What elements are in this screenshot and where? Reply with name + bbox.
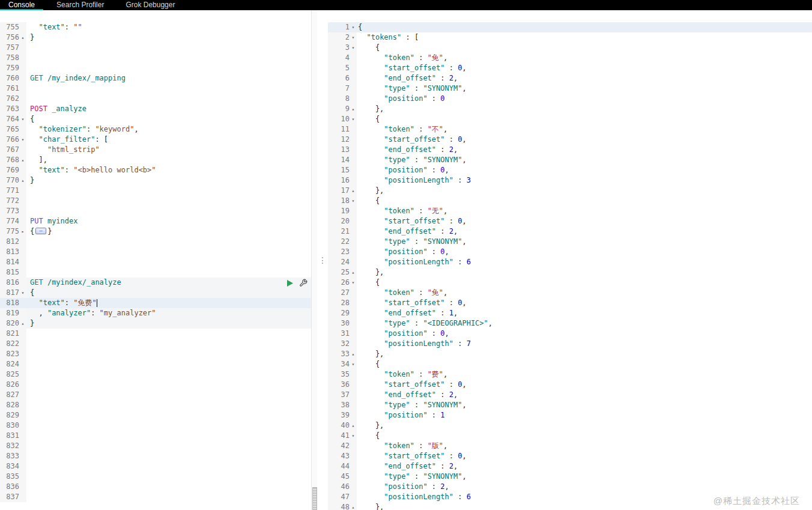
code-line[interactable]: 15 "position" : 0,	[328, 165, 812, 175]
code-line[interactable]: 836	[0, 482, 317, 492]
code-line[interactable]: 762	[0, 94, 317, 104]
code-line[interactable]: 833	[0, 451, 317, 461]
code-line[interactable]: 830	[0, 420, 317, 431]
code-line[interactable]: 758	[0, 53, 317, 63]
code-line[interactable]: 48▴ },	[328, 502, 812, 510]
fold-toggle-icon[interactable]: ▾	[350, 32, 357, 43]
code-line[interactable]: 813	[0, 247, 317, 257]
code-line[interactable]: 825	[0, 369, 317, 380]
fold-toggle-icon[interactable]: ▾	[350, 22, 357, 32]
code-line[interactable]: 29 "end_offset" : 1,	[328, 308, 812, 318]
code-line[interactable]: 13 "end_offset" : 2,	[328, 145, 812, 155]
code-line[interactable]: 824	[0, 359, 317, 369]
code-line[interactable]: 772	[0, 196, 317, 206]
code-line[interactable]: 24 "positionLength" : 6	[328, 257, 812, 267]
code-line[interactable]: 826	[0, 380, 317, 390]
fold-toggle-icon[interactable]: ▴	[19, 32, 26, 43]
fold-toggle-icon[interactable]: ▾	[19, 135, 26, 145]
code-line[interactable]: 757	[0, 43, 317, 53]
code-line[interactable]: 761	[0, 83, 317, 94]
fold-toggle-icon[interactable]: ▴	[19, 155, 26, 165]
code-line[interactable]: 759	[0, 63, 317, 73]
fold-toggle-icon[interactable]: ▴	[350, 349, 357, 359]
code-line[interactable]: 44 "end_offset" : 2,	[328, 461, 812, 472]
response-viewer[interactable]: 1▾{2▾ "tokens" : [3▾ {4 "token" : "免",5 …	[328, 10, 812, 510]
code-line[interactable]: 20 "start_offset" : 0,	[328, 216, 812, 226]
code-line[interactable]: 43 "start_offset" : 0,	[328, 451, 812, 461]
fold-toggle-icon[interactable]: ▾	[350, 43, 357, 53]
fold-toggle-icon[interactable]: ▾	[19, 114, 26, 124]
code-line[interactable]: 18▾ {	[328, 196, 812, 206]
panel-splitter[interactable]: ⋮	[317, 10, 328, 510]
code-line[interactable]: 9▴ },	[328, 104, 812, 114]
code-line[interactable]: 40▴ },	[328, 420, 812, 431]
code-line[interactable]: 36 "start_offset" : 0,	[328, 380, 812, 390]
code-line[interactable]: 829	[0, 410, 317, 420]
fold-toggle-icon[interactable]: ▾	[350, 278, 357, 288]
code-line[interactable]: 26▾ {	[328, 278, 812, 288]
code-line[interactable]: 27 "token" : "免",	[328, 288, 812, 298]
code-line[interactable]: 12 "start_offset" : 0,	[328, 135, 812, 145]
code-line[interactable]: 835	[0, 472, 317, 482]
code-line[interactable]: 41▾ {	[328, 431, 812, 441]
code-line[interactable]: 35 "token" : "费",	[328, 369, 812, 380]
fold-toggle-icon[interactable]: ▴	[350, 420, 357, 431]
code-line[interactable]: 820▴}	[0, 318, 317, 329]
code-line[interactable]: 45 "type" : "SYNONYM",	[328, 472, 812, 482]
collapsed-fold-box[interactable]: ⋯	[35, 228, 46, 234]
code-line[interactable]: 28 "start_offset" : 0,	[328, 298, 812, 308]
code-line[interactable]: 763POST _analyze	[0, 104, 317, 114]
fold-toggle-icon[interactable]: ▴	[350, 267, 357, 278]
code-line[interactable]: 819 , "analyzer": "my_analyzer"	[0, 308, 317, 318]
fold-toggle-icon[interactable]: ▾	[350, 114, 357, 124]
fold-toggle-icon[interactable]: ▴	[350, 186, 357, 196]
scrollbar-thumb[interactable]	[312, 487, 317, 510]
code-line[interactable]: 768▴ ],	[0, 155, 317, 165]
code-line[interactable]: 827	[0, 390, 317, 400]
code-line[interactable]: 765 "tokenizer": "keyword",	[0, 124, 317, 135]
code-line[interactable]: 42 "token" : "版",	[328, 441, 812, 451]
code-line[interactable]: 39 "position" : 1	[328, 410, 812, 420]
code-line[interactable]: 4 "token" : "免",	[328, 53, 812, 63]
fold-toggle-icon[interactable]: ▴	[350, 502, 357, 510]
code-line[interactable]: 16 "positionLength" : 3	[328, 175, 812, 186]
code-line[interactable]: 5 "start_offset" : 0,	[328, 63, 812, 73]
code-line[interactable]: 815	[0, 267, 317, 278]
code-line[interactable]: 6 "end_offset" : 2,	[328, 73, 812, 83]
code-line[interactable]: 774PUT myindex	[0, 216, 317, 226]
code-line[interactable]: 818 "text": "免费"	[0, 298, 317, 308]
fold-toggle-icon[interactable]: ▴	[19, 175, 26, 186]
code-line[interactable]: 47 "positionLength" : 6	[328, 492, 812, 502]
code-line[interactable]: 30 "type" : "<IDEOGRAPHIC>",	[328, 318, 812, 329]
wrench-icon[interactable]	[299, 279, 308, 287]
code-line[interactable]: 2▾ "tokens" : [	[328, 32, 812, 43]
code-line[interactable]: 8 "position" : 0	[328, 94, 812, 104]
code-line[interactable]: 22 "type" : "SYNONYM",	[328, 237, 812, 247]
code-line[interactable]: 831	[0, 431, 317, 441]
code-line[interactable]: 46 "position" : 2,	[328, 482, 812, 492]
code-line[interactable]: 817▾{	[0, 288, 317, 298]
fold-toggle-icon[interactable]: ▾	[350, 431, 357, 441]
tab-grok-debugger[interactable]: Grok Debugger	[117, 0, 183, 10]
code-line[interactable]: 773	[0, 206, 317, 216]
code-line[interactable]: 7 "type" : "SYNONYM",	[328, 83, 812, 94]
code-line[interactable]: 17▴ },	[328, 186, 812, 196]
code-line[interactable]: 812	[0, 237, 317, 247]
request-editor[interactable]: 755 "text": ""756▴}757758759760GET /my_i…	[0, 10, 317, 510]
code-line[interactable]: 25▴ },	[328, 267, 812, 278]
code-line[interactable]: 33▴ },	[328, 349, 812, 359]
code-line[interactable]: 769 "text": "<b>hello world<b>"	[0, 165, 317, 175]
fold-toggle-icon[interactable]: ▴	[19, 318, 26, 329]
code-line[interactable]: 14 "type" : "SYNONYM",	[328, 155, 812, 165]
fold-toggle-icon[interactable]: ▾	[19, 288, 26, 298]
code-line[interactable]: 766▾ "char_filter": [	[0, 135, 317, 145]
code-line[interactable]: 32 "positionLength" : 7	[328, 339, 812, 349]
code-line[interactable]: 828	[0, 400, 317, 410]
editor-scrollbar[interactable]	[311, 10, 317, 510]
fold-toggle-icon[interactable]: ▴	[350, 104, 357, 114]
code-line[interactable]: 760GET /my_index/_mapping	[0, 73, 317, 83]
code-line[interactable]: 770▴}	[0, 175, 317, 186]
fold-toggle-icon[interactable]: ▾	[350, 359, 357, 369]
code-line[interactable]: 37 "end_offset" : 2,	[328, 390, 812, 400]
tab-console[interactable]: Console	[0, 0, 43, 10]
